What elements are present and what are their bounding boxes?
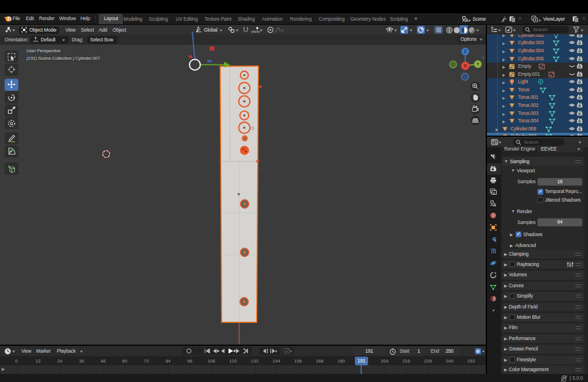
- svg-text:Y: Y: [477, 61, 479, 67]
- svg-text:Z: Z: [464, 49, 467, 54]
- svg-text:X: X: [464, 63, 467, 68]
- svg-text:‹: ‹: [482, 55, 484, 60]
